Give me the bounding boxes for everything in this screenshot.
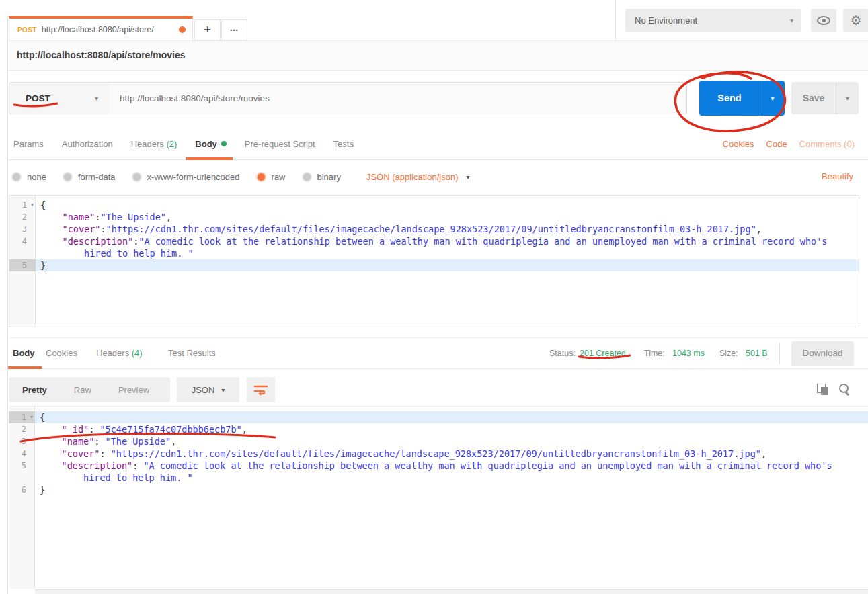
tab-tests[interactable]: Tests [333,128,354,160]
response-language-select[interactable]: JSON ▾ [177,377,239,402]
code-line[interactable]: 4 "cover": "https://cdn1.thr.com/sites/d… [9,448,868,460]
environment-quick-look-button[interactable] [811,9,836,32]
method-select[interactable]: POST ▾ [9,82,110,114]
line-number-cell: 1▾ [9,411,35,423]
view-preview[interactable]: Preview [105,385,163,395]
view-pretty[interactable]: Pretty [9,385,61,395]
radio-none-label: none [27,172,46,182]
radio-selected-icon [256,172,266,182]
fold-caret-icon[interactable]: ▾ [27,199,34,211]
code-text[interactable]: "_id": "5c4e715fa74c07dbbb6ecb7b", [35,423,868,435]
code-line[interactable]: 3 "cover":"https://cdn1.thr.com/sites/de… [9,223,859,235]
send-options-caret[interactable]: ▾ [760,81,785,116]
comments-link[interactable]: Comments (0) [799,139,855,149]
header-bar: POST http://localhost:8080/api/store/ + … [0,0,868,40]
search-icon [838,383,851,395]
line-number-cell: 4 [9,448,35,460]
code-text[interactable]: "description": "A comedic look at the re… [35,460,868,472]
line-number-cell: 5 [9,259,36,271]
tab-headers[interactable]: Headers (2) [131,128,177,160]
text-cursor [46,261,46,270]
environment-label: No Environment [635,15,790,26]
header-divider [615,0,616,40]
new-tab-button[interactable]: + [194,19,221,40]
code-text[interactable]: hired to help him. " [36,247,859,259]
tab-pre-request-script[interactable]: Pre-request Script [245,128,315,160]
code-line[interactable]: 6} [9,484,868,496]
radio-urlencoded-label: x-www-form-urlencoded [147,172,240,182]
send-label: Send [699,81,760,116]
download-button[interactable]: Download [791,341,854,366]
request-title-row: http://localhost:8080/api/store/movies [0,40,868,71]
chevron-down-icon: ▾ [95,95,98,102]
request-body-editor[interactable]: 1▾{2 "name":"The Upside",3 "cover":"http… [9,195,859,327]
settings-button[interactable]: ⚙ [843,9,868,32]
url-input[interactable] [109,83,686,114]
url-input-box[interactable] [109,82,687,114]
code-text[interactable]: hired to help him. " [35,472,868,484]
radio-binary-label: binary [317,172,341,182]
code-line[interactable]: hired to help him. " [9,472,868,484]
tab-params[interactable]: Params [13,128,44,160]
save-options-caret[interactable]: ▾ [836,82,859,114]
cookies-link[interactable]: Cookies [723,139,754,149]
chevron-down-icon: ▾ [846,95,849,102]
body-filled-dot [221,141,227,146]
radio-none[interactable]: none [11,172,46,182]
tab-options-button[interactable]: ••• [221,19,247,40]
code-text[interactable]: "name": "The Upside", [35,435,868,448]
view-raw[interactable]: Raw [61,385,105,395]
tab-authorization[interactable]: Authorization [62,128,113,160]
code-line[interactable]: 4 "description":"A comedic look at the r… [9,235,859,247]
code-text[interactable]: "description":"A comedic look at the rel… [36,235,859,247]
code-text[interactable]: { [35,411,868,423]
environment-select[interactable]: No Environment ▾ [625,9,801,32]
gear-icon: ⚙ [850,13,861,28]
code-line[interactable]: 2 "name":"The Upside", [9,211,859,223]
page-title: http://localhost:8080/api/store/movies [17,50,186,60]
radio-icon [302,172,312,182]
send-button[interactable]: Send ▾ [699,81,785,116]
fold-caret-icon[interactable]: ▾ [26,411,33,423]
wrap-text-button[interactable] [247,377,275,402]
copy-response-button[interactable] [814,380,831,398]
code-text[interactable]: { [36,199,859,211]
code-text[interactable]: } [36,259,859,271]
content-type-select[interactable]: JSON (application/json) ▾ [366,172,470,182]
code-line[interactable]: 1▾{ [9,199,859,211]
code-text[interactable]: "name":"The Upside", [36,211,859,223]
radio-icon [11,172,22,182]
horizontal-scrollbar[interactable] [35,589,868,594]
search-response-button[interactable] [836,380,853,398]
line-number-cell: 5 [9,460,35,472]
code-text[interactable]: "cover":"https://cdn1.thr.com/sites/defa… [36,223,859,235]
code-line[interactable]: 5 "description": "A comedic look at the … [9,460,868,472]
beautify-link[interactable]: Beautify [822,171,853,181]
copy-icon [817,384,828,395]
code-text[interactable]: "cover": "https://cdn1.thr.com/sites/def… [35,448,868,460]
code-line[interactable]: 3 "name": "The Upside", [9,435,868,448]
response-body-editor[interactable]: 1▾{2 "_id": "5c4e715fa74c07dbbb6ecb7b",3… [9,406,868,589]
code-link[interactable]: Code [766,139,787,149]
status-badge: 201 Created [580,338,626,369]
code-line[interactable]: 1▾{ [9,411,868,423]
code-text[interactable]: } [35,484,868,496]
radio-form-data[interactable]: form-data [63,172,116,182]
method-label: POST [26,93,95,103]
response-tab-cookies[interactable]: Cookies [46,338,77,369]
radio-x-www-form-urlencoded[interactable]: x-www-form-urlencoded [132,172,240,182]
tab-body[interactable]: Body [195,128,227,160]
code-line[interactable]: 2 "_id": "5c4e715fa74c07dbbb6ecb7b", [9,423,868,435]
collapsed-sidebar-strip [0,16,8,594]
response-language-label: JSON [192,385,215,395]
response-tab-body[interactable]: Body [13,338,35,369]
save-label: Save [791,82,836,114]
radio-raw[interactable]: raw [256,172,286,182]
code-line[interactable]: hired to help him. " [9,247,859,259]
code-line[interactable]: 5} [9,259,859,271]
response-tab-headers[interactable]: Headers (4) [96,338,143,369]
save-button[interactable]: Save ▾ [791,82,859,114]
request-tab[interactable]: POST http://localhost:8080/api/store/ [9,16,193,40]
radio-binary[interactable]: binary [302,172,341,182]
response-tab-test-results[interactable]: Test Results [168,338,216,369]
